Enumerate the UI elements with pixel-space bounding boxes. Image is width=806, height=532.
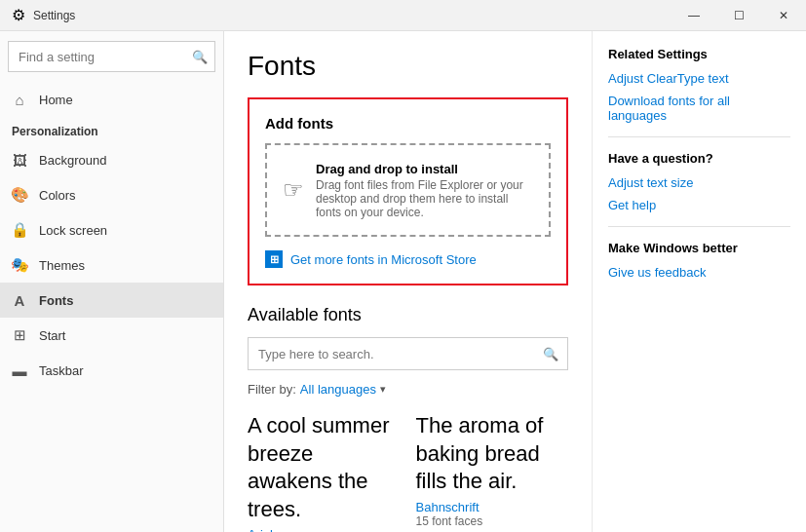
sidebar-item-lockscreen-label: Lock screen <box>39 223 107 238</box>
divider-1 <box>608 136 790 137</box>
font-name-arial[interactable]: Arial <box>248 527 401 532</box>
sidebar-item-fonts-label: Fonts <box>39 293 73 308</box>
colors-icon: 🎨 <box>12 187 27 203</box>
sidebar-item-home[interactable]: ⌂ Home <box>0 82 223 117</box>
chevron-down-icon: ▾ <box>380 383 386 396</box>
filter-value[interactable]: All languages <box>300 382 376 397</box>
sidebar: 🔍 ⌂ Home Personalization 🖼 Background 🎨 … <box>0 31 224 532</box>
related-link-download-fonts[interactable]: Download fonts for all languages <box>608 94 790 123</box>
drag-drop-title: Drag and drop to install <box>316 162 458 176</box>
title-bar-controls: — ☐ ✕ <box>672 0 806 31</box>
related-settings-title: Related Settings <box>608 47 790 61</box>
related-link-help[interactable]: Get help <box>608 198 790 212</box>
sidebar-item-colors-label: Colors <box>39 188 76 203</box>
drag-drop-desc: Drag font files from File Explorer or yo… <box>316 178 533 219</box>
title-bar-text: Settings <box>33 9 75 22</box>
sidebar-item-start[interactable]: ⊞ Start <box>0 318 223 353</box>
available-fonts-title: Available fonts <box>248 305 568 325</box>
drag-drop-area[interactable]: ☞ Drag and drop to install Drag font fil… <box>265 143 551 237</box>
title-bar-left: ⚙ Settings <box>12 6 75 24</box>
sidebar-item-background-label: Background <box>39 153 106 168</box>
search-icon: 🔍 <box>192 50 208 64</box>
sidebar-section-label: Personalization <box>0 117 223 142</box>
main-content: Fonts Add fonts ☞ Drag and drop to insta… <box>224 31 592 532</box>
background-icon: 🖼 <box>12 152 27 168</box>
related-link-text-size[interactable]: Adjust text size <box>608 175 790 190</box>
sidebar-item-start-label: Start <box>39 328 65 343</box>
page-title: Fonts <box>248 51 568 82</box>
related-link-cleartype[interactable]: Adjust ClearType text <box>608 71 790 86</box>
font-preview-arial: A cool summer breeze awakens the trees. <box>248 412 401 523</box>
search-container: 🔍 <box>8 41 215 72</box>
close-button[interactable]: ✕ <box>761 0 806 31</box>
font-item-arial: A cool summer breeze awakens the trees. … <box>248 412 401 532</box>
sidebar-item-background[interactable]: 🖼 Background <box>0 142 223 177</box>
windows-better-title: Make Windows better <box>608 241 790 255</box>
font-name-bahnschrift[interactable]: Bahnschrift <box>416 500 569 514</box>
lockscreen-icon: 🔒 <box>12 222 27 238</box>
right-panel: Related Settings Adjust ClearType text D… <box>592 31 806 532</box>
maximize-button[interactable]: ☐ <box>716 0 761 31</box>
related-link-feedback[interactable]: Give us feedback <box>608 265 790 280</box>
home-icon: ⌂ <box>12 92 27 107</box>
drag-drop-text: Drag and drop to install Drag font files… <box>316 161 533 219</box>
fonts-search-icon: 🔍 <box>543 347 558 361</box>
sidebar-item-colors[interactable]: 🎨 Colors <box>0 177 223 212</box>
start-icon: ⊞ <box>12 327 27 343</box>
sidebar-item-taskbar[interactable]: ▬ Taskbar <box>0 353 223 388</box>
sidebar-item-themes[interactable]: 🎭 Themes <box>0 247 223 283</box>
fonts-search-container: 🔍 <box>248 337 568 370</box>
sidebar-item-lockscreen[interactable]: 🔒 Lock screen <box>0 212 223 247</box>
sidebar-item-taskbar-label: Taskbar <box>39 363 84 378</box>
store-icon: ⊞ <box>265 250 283 268</box>
store-link-text: Get more fonts in Microsoft Store <box>290 252 477 267</box>
fonts-icon: A <box>12 292 27 308</box>
font-preview-bahnschrift: The aroma of baking bread fills the air. <box>416 412 569 496</box>
fonts-search-input[interactable] <box>248 337 568 370</box>
themes-icon: 🎭 <box>12 257 27 273</box>
settings-icon: ⚙ <box>12 6 25 24</box>
sidebar-item-home-label: Home <box>39 93 73 107</box>
sidebar-item-fonts[interactable]: A Fonts <box>0 283 223 318</box>
filter-row: Filter by: All languages ▾ <box>248 382 568 397</box>
title-bar: ⚙ Settings — ☐ ✕ <box>0 0 806 31</box>
taskbar-icon: ▬ <box>12 362 27 378</box>
sidebar-item-themes-label: Themes <box>39 258 85 273</box>
divider-2 <box>608 226 790 227</box>
main-container: 🔍 ⌂ Home Personalization 🖼 Background 🎨 … <box>0 31 806 532</box>
filter-label: Filter by: <box>248 382 296 397</box>
font-faces-bahnschrift: 15 font faces <box>416 514 569 528</box>
font-item-bahnschrift: The aroma of baking bread fills the air.… <box>416 412 569 532</box>
content-area: Fonts Add fonts ☞ Drag and drop to insta… <box>224 31 806 532</box>
question-title: Have a question? <box>608 151 790 166</box>
store-link[interactable]: ⊞ Get more fonts in Microsoft Store <box>265 250 551 268</box>
search-input[interactable] <box>8 41 215 72</box>
fonts-grid: A cool summer breeze awakens the trees. … <box>248 412 568 532</box>
add-fonts-box: Add fonts ☞ Drag and drop to install Dra… <box>248 97 568 285</box>
add-fonts-title: Add fonts <box>265 115 551 132</box>
drag-hand-icon: ☞ <box>283 176 304 204</box>
minimize-button[interactable]: — <box>672 0 716 31</box>
